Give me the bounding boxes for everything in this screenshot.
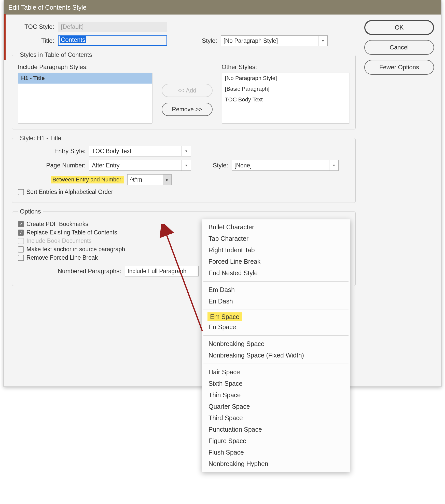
pn-style-value: [None] (234, 162, 252, 169)
entry-style-label: Entry Style: (18, 148, 89, 155)
style-detail-legend: Style: H1 - Title (18, 135, 63, 142)
menu-item[interactable]: Quarter Space (202, 401, 350, 412)
text-anchor-checkbox[interactable] (18, 246, 24, 253)
window-title: Edit Table of Contents Style (8, 4, 87, 11)
title-label: Title: (12, 37, 58, 44)
numbered-para-dropdown[interactable]: Include Full Paragraph (125, 266, 199, 276)
menu-item[interactable]: Figure Space (202, 435, 350, 447)
replace-toc-label: Replace Existing Table of Contents (26, 229, 117, 236)
pdf-bookmarks-label: Create PDF Bookmarks (26, 221, 88, 228)
toc-style-value: [Default] (58, 22, 167, 32)
options-legend: Options (18, 208, 43, 215)
menu-separator (203, 310, 349, 310)
other-styles-label: Other Styles: (222, 63, 350, 71)
page-number-label: Page Number: (18, 162, 89, 169)
fewer-options-button[interactable]: Fewer Options (364, 60, 434, 75)
include-book-checkbox (18, 238, 24, 244)
menu-item[interactable]: Nonbreaking Space (202, 338, 350, 350)
menu-item[interactable]: Right Indent Tab (202, 244, 350, 256)
add-button[interactable]: << Add (162, 84, 213, 97)
menu-item[interactable]: Thin Space (202, 389, 350, 401)
remove-flb-label: Remove Forced Line Break (26, 254, 98, 261)
menu-item[interactable]: Bullet Character (202, 221, 350, 233)
menu-separator (203, 364, 349, 364)
menu-item[interactable]: Tab Character (202, 233, 350, 244)
sort-label: Sort Entries in Alphabetical Order (26, 189, 113, 195)
menu-item[interactable]: Hair Space (202, 366, 350, 378)
menu-item[interactable]: Punctuation Space (202, 424, 350, 435)
sort-checkbox[interactable] (18, 189, 24, 195)
remove-button[interactable]: Remove >> (162, 103, 213, 116)
chevron-down-icon: ▾ (318, 36, 327, 46)
menu-item[interactable]: End Nested Style (202, 267, 350, 279)
menu-separator (203, 335, 349, 336)
menu-item[interactable]: Third Space (202, 412, 350, 424)
between-input[interactable]: ^t^m (127, 174, 163, 185)
menu-separator (203, 281, 349, 282)
menu-item[interactable]: Em Dash (202, 284, 350, 296)
menu-item[interactable]: Nonbreaking Hyphen (202, 458, 350, 470)
between-flyout-button[interactable]: ▸ (163, 174, 172, 185)
para-style-label: Style: (195, 37, 221, 44)
pdf-bookmarks-checkbox[interactable]: ✓ (18, 221, 24, 227)
toc-style-label: TOC Style: (12, 23, 58, 30)
styles-group: Styles in Table of Contents Include Para… (12, 51, 356, 129)
chevron-down-icon: ▾ (329, 160, 338, 170)
ok-button[interactable]: OK (364, 20, 434, 35)
between-label: Between Entry and Number: (51, 176, 124, 183)
right-button-column: OK Cancel Fewer Options (364, 20, 434, 75)
cancel-button[interactable]: Cancel (364, 40, 434, 55)
triangle-right-icon: ▸ (166, 177, 169, 182)
include-styles-label: Include Paragraph Styles: (18, 63, 152, 71)
list-item[interactable]: H1 - Title (18, 73, 152, 84)
menu-item[interactable]: En Space (202, 321, 350, 333)
special-char-menu: Bullet Character Tab Character Right Ind… (202, 219, 350, 472)
chevron-down-icon: ▾ (182, 146, 191, 156)
other-styles-list[interactable]: [No Paragraph Style] [Basic Paragraph] T… (222, 73, 350, 124)
para-style-dropdown[interactable]: [No Paragraph Style] ▾ (221, 35, 328, 46)
replace-toc-checkbox[interactable]: ✓ (18, 230, 24, 236)
list-item[interactable]: [No Paragraph Style] (222, 73, 350, 84)
style-detail-group: Style: H1 - Title Entry Style: TOC Body … (12, 135, 356, 203)
entry-style-dropdown[interactable]: TOC Body Text ▾ (89, 146, 191, 156)
pn-style-dropdown[interactable]: [None] ▾ (232, 160, 339, 171)
title-bar: Edit Table of Contents Style (4, 0, 441, 15)
include-book-label: Include Book Documents (26, 237, 92, 244)
remove-flb-checkbox[interactable] (18, 255, 24, 261)
menu-item[interactable]: Sixth Space (202, 378, 350, 389)
text-anchor-label: Make text anchor in source paragraph (26, 246, 125, 253)
between-value: ^t^m (130, 176, 142, 183)
menu-item[interactable]: Forced Line Break (202, 256, 350, 267)
numbered-para-label: Numbered Paragraphs: (18, 268, 125, 275)
list-item[interactable]: TOC Body Text (222, 94, 350, 105)
menu-item[interactable]: En Dash (202, 296, 350, 307)
menu-item[interactable]: Nonbreaking Space (Fixed Width) (202, 350, 350, 361)
menu-item[interactable]: Flush Space (202, 447, 350, 458)
numbered-para-value: Include Full Paragraph (128, 268, 186, 275)
list-item[interactable]: [Basic Paragraph] (222, 84, 350, 94)
chevron-down-icon: ▾ (182, 160, 191, 170)
para-style-value: [No Paragraph Style] (224, 37, 278, 44)
page-number-value: After Entry (92, 162, 120, 169)
styles-group-legend: Styles in Table of Contents (18, 51, 94, 58)
entry-style-value: TOC Body Text (92, 148, 131, 155)
page-number-dropdown[interactable]: After Entry ▾ (89, 160, 191, 171)
title-input[interactable]: Contents (58, 35, 167, 46)
title-input-value: Contents (60, 36, 86, 43)
pn-style-label: Style: (206, 162, 232, 169)
include-styles-list[interactable]: H1 - Title (18, 73, 152, 124)
menu-item-em-space[interactable]: Em Space (207, 312, 242, 321)
